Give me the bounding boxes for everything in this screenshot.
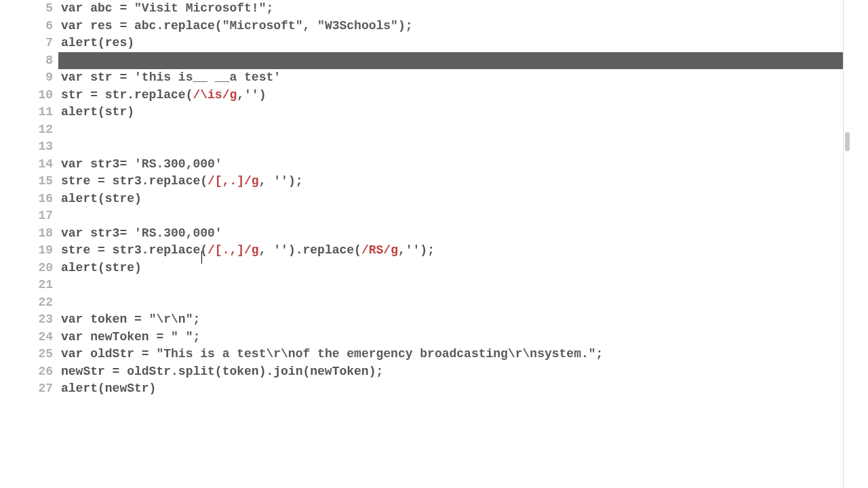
line-number: 6	[27, 18, 58, 35]
line-number: 14	[27, 156, 58, 174]
code-line[interactable]	[58, 277, 843, 294]
code-line[interactable]	[58, 207, 843, 225]
token-string: ''	[273, 174, 288, 188]
token-regex: /\is/g	[193, 88, 237, 102]
token-default: ,	[302, 19, 317, 33]
code-line[interactable]	[58, 52, 843, 70]
code-line[interactable]: var str3= 'RS.300,000'	[58, 225, 843, 243]
code-editor[interactable]: 5678910111213141516171819202122232425262…	[27, 0, 844, 488]
code-line[interactable]: alert(stre)	[58, 190, 843, 208]
code-line[interactable]: var abc = "Visit Microsoft!";	[58, 0, 843, 18]
line-number: 18	[27, 225, 58, 243]
line-number: 8	[27, 52, 58, 70]
token-default: );	[288, 174, 303, 188]
code-line[interactable]: var oldStr = "This is a test\r\nof the e…	[58, 346, 843, 363]
token-regex: /[.,]/g	[208, 243, 259, 257]
token-default: ;	[266, 1, 273, 15]
token-default: ,	[398, 243, 406, 257]
token-string: ''	[273, 243, 288, 257]
vertical-scrollbar[interactable]	[844, 0, 850, 488]
token-string: "\r\n"	[149, 312, 193, 326]
token-string: "Visit Microsoft!"	[134, 1, 266, 15]
code-line[interactable]: alert(res)	[58, 35, 843, 52]
token-default: ,	[259, 174, 274, 188]
line-number: 24	[27, 329, 58, 346]
token-keyword: var	[61, 226, 83, 240]
token-default: ;	[596, 347, 604, 361]
code-line[interactable]	[58, 294, 843, 312]
line-number: 13	[27, 138, 58, 156]
token-default: ,	[237, 88, 244, 102]
code-line[interactable]: var res = abc.replace("Microsoft", "W3Sc…	[58, 18, 843, 35]
token-default: )	[259, 88, 267, 102]
token-default: stre = str3.replace(	[61, 174, 208, 188]
line-number: 10	[27, 87, 58, 104]
code-line[interactable]: stre = str3.replace(/[.,]/g, '').replace…	[58, 242, 843, 260]
line-number: 20	[27, 260, 58, 277]
token-regex: /RS/g	[361, 243, 398, 257]
token-string: ''	[406, 243, 420, 257]
token-string: 'this is__ __a test'	[134, 70, 281, 84]
token-default: ;	[193, 312, 200, 326]
code-line[interactable]: var str = 'this is__ __a test'	[58, 69, 843, 87]
line-number: 5	[27, 0, 58, 18]
token-default: token =	[83, 312, 149, 326]
token-default: str = str.replace(	[61, 88, 193, 102]
token-default: ).replace(	[288, 243, 361, 257]
token-keyword: var	[61, 330, 83, 344]
token-default: res = abc.replace(	[83, 19, 222, 33]
token-default: alert(stre)	[61, 261, 142, 274]
line-number: 15	[27, 173, 58, 190]
token-default: str3=	[83, 226, 134, 240]
code-line[interactable]: alert(str)	[58, 104, 843, 121]
line-number: 26	[27, 363, 58, 381]
token-default: );	[420, 243, 435, 257]
code-line[interactable]: stre = str3.replace(/[,.]/g, '');	[58, 173, 843, 190]
code-line[interactable]: str = str.replace(/\is/g,'')	[58, 87, 843, 104]
token-string: ''	[244, 88, 259, 102]
line-number: 12	[27, 121, 58, 139]
token-keyword: var	[61, 19, 83, 33]
line-number: 7	[27, 35, 58, 52]
code-line[interactable]: alert(newStr)	[58, 380, 843, 398]
line-number: 22	[27, 294, 58, 312]
line-number: 21	[27, 277, 58, 294]
code-line[interactable]: var token = "\r\n";	[58, 311, 843, 329]
token-keyword: var	[61, 347, 83, 361]
token-default: stre = str3.replace(	[61, 243, 208, 257]
text-cursor	[201, 251, 202, 264]
code-line[interactable]: alert(stre)	[58, 260, 843, 277]
line-number: 27	[27, 380, 58, 398]
line-number-gutter: 5678910111213141516171819202122232425262…	[27, 0, 58, 488]
token-string: "W3Schools"	[317, 19, 398, 33]
code-line[interactable]: var newToken = " ";	[58, 329, 843, 346]
token-string: " "	[171, 330, 193, 344]
scrollbar-thumb[interactable]	[845, 132, 850, 151]
line-number: 9	[27, 69, 58, 87]
code-line[interactable]	[58, 121, 843, 139]
token-keyword: var	[61, 157, 83, 171]
token-keyword: var	[61, 70, 83, 84]
token-default: );	[398, 19, 413, 33]
code-line[interactable]: var str3= 'RS.300,000'	[58, 156, 843, 174]
token-string: 'RS.300,000'	[134, 226, 222, 240]
token-keyword: var	[61, 1, 83, 15]
token-string: "Microsoft"	[222, 19, 303, 33]
token-default: ,	[259, 243, 274, 257]
code-line[interactable]	[58, 138, 843, 156]
token-regex: /[,.]/g	[208, 174, 259, 188]
code-content-area[interactable]: var abc = "Visit Microsoft!";var res = a…	[58, 0, 843, 488]
token-string: "This is a test\r\nof the emergency broa…	[156, 347, 595, 361]
line-number: 16	[27, 190, 58, 208]
token-default: alert(res)	[61, 36, 134, 49]
line-number: 19	[27, 242, 58, 260]
token-default: alert(str)	[61, 105, 134, 119]
line-number: 25	[27, 346, 58, 363]
line-number: 17	[27, 207, 58, 225]
token-default: str3=	[83, 157, 134, 171]
token-default: abc =	[83, 1, 134, 15]
token-default: oldStr =	[83, 347, 156, 361]
line-number: 11	[27, 104, 58, 121]
token-default: alert(newStr)	[61, 382, 156, 395]
code-line[interactable]: newStr = oldStr.split(token).join(newTok…	[58, 363, 843, 381]
